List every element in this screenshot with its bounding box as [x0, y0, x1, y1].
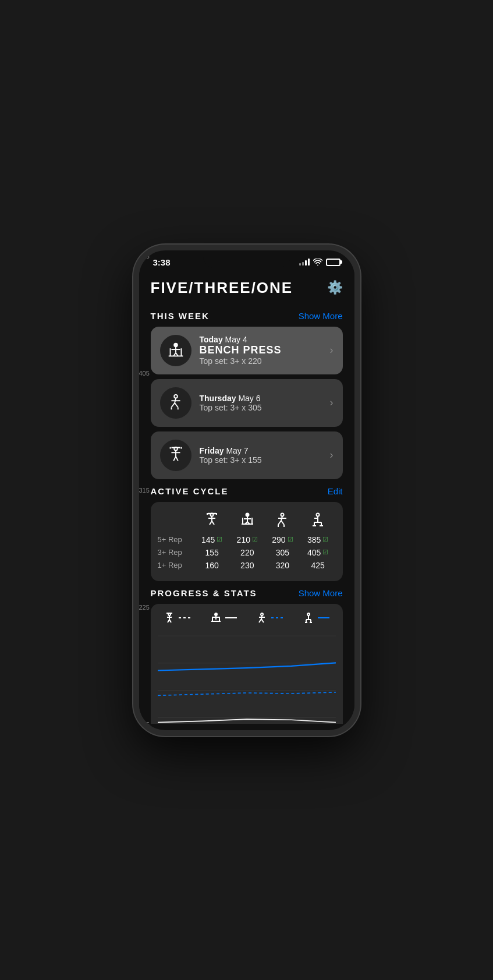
svg-point-8: [174, 394, 178, 398]
battery-icon: [326, 259, 341, 266]
rep-label-1: 1+ Rep: [158, 559, 194, 572]
svg-point-31: [246, 513, 249, 516]
cycle-card: 5+ Rep 145☑ 210☑ 290☑ 385☑ 3+ Rep 155 22…: [151, 502, 343, 581]
svg-point-39: [281, 513, 284, 516]
screen-content: FIVE/THREE/ONE ⚙️ THIS WEEK Show More: [139, 270, 354, 724]
legend-deadlift-icon: [303, 612, 314, 624]
svg-line-69: [261, 619, 264, 622]
workout-topset-today: Top set: 3+ x 220: [200, 356, 330, 366]
ohp-3rep: 155: [194, 546, 230, 559]
progress-stats-title: PROGRESS & STATS: [151, 588, 257, 598]
deadlift-line: [158, 663, 336, 670]
legend-bench: [210, 612, 237, 624]
workout-day-thursday: Thursday May 6: [200, 394, 330, 403]
y-label-135: 135: [139, 721, 158, 724]
svg-point-71: [307, 613, 310, 615]
edit-cycle-button[interactable]: Edit: [328, 486, 343, 496]
legend-bench-line: [225, 617, 237, 618]
legend-bench-icon: [210, 612, 222, 624]
ohp-5rep: 145☑: [194, 533, 230, 546]
deadlift-5rep: 385☑: [300, 533, 336, 546]
svg-point-60: [215, 613, 217, 615]
svg-line-11: [175, 403, 178, 408]
y-axis: 495 405 315 225 135: [139, 270, 158, 724]
bench-3rep: 220: [229, 546, 265, 559]
cycle-icon-bench: [229, 510, 265, 533]
bench-1rep: 230: [229, 559, 265, 572]
chevron-icon-today: ›: [330, 344, 334, 356]
ohp-1rep: 160: [194, 559, 230, 572]
bench-press-icon: [160, 335, 191, 366]
workout-name-today: BENCH PRESS: [200, 344, 330, 356]
cycle-table: 5+ Rep 145☑ 210☑ 290☑ 385☑ 3+ Rep 155 22…: [158, 510, 336, 572]
legend-squat: [256, 612, 283, 624]
phone-notch: [203, 250, 290, 268]
chart-legend: [158, 612, 336, 624]
rep-label-3: 3+ Rep: [158, 546, 194, 559]
svg-line-18: [173, 456, 176, 461]
svg-line-41: [278, 521, 281, 525]
workout-info-friday: Friday May 7 Top set: 3+ x 155: [200, 446, 330, 465]
ohp-icon-fri: [160, 440, 191, 471]
workout-day-today: Today May 4: [200, 335, 330, 344]
workout-day-friday: Friday May 7: [200, 446, 330, 455]
bench-line: [158, 719, 336, 723]
chevron-icon-thursday: ›: [330, 397, 334, 409]
app-title: FIVE/THREE/ONE: [151, 279, 293, 297]
wifi-icon: [313, 257, 322, 267]
squat-5rep: 290☑: [265, 533, 300, 546]
legend-squat-icon: [256, 612, 268, 624]
legend-squat-line: [271, 617, 283, 618]
cycle-icon-ohp: [194, 510, 230, 533]
legend-ohp-line: [179, 617, 190, 618]
active-cycle-title: ACTIVE CYCLE: [151, 486, 229, 496]
deadlift-1rep: 425: [300, 559, 336, 572]
deadlift-3rep: 405☑: [300, 546, 336, 559]
y-label-315: 315: [139, 487, 158, 494]
active-cycle-header: ACTIVE CYCLE Edit: [151, 486, 343, 496]
svg-line-10: [171, 403, 175, 408]
squat-1rep: 320: [265, 559, 300, 572]
svg-line-27: [212, 521, 214, 525]
cycle-icon-squat: [265, 510, 300, 533]
chart-svg: [158, 629, 336, 724]
svg-point-0: [174, 343, 178, 346]
legend-ohp: [164, 612, 190, 624]
settings-icon[interactable]: ⚙️: [327, 280, 343, 295]
workout-topset-thursday: Top set: 3+ x 305: [200, 403, 330, 412]
phone-frame: 3:38 FIVE/: [133, 245, 360, 736]
this-week-header: THIS WEEK Show More: [151, 311, 343, 321]
y-label-225: 225: [139, 604, 158, 611]
y-label-405: 405: [139, 370, 158, 377]
squat-line: [158, 692, 336, 695]
svg-line-19: [176, 456, 178, 461]
squat-3rep: 305: [265, 546, 300, 559]
svg-line-58: [169, 620, 171, 622]
workout-topset-friday: Top set: 3+ x 155: [200, 455, 330, 465]
chart-area: 495 405 315 225 135: [158, 629, 336, 724]
squat-icon-thu: [160, 387, 191, 419]
workout-card-friday[interactable]: Friday May 7 Top set: 3+ x 155 ›: [151, 431, 343, 479]
bench-5rep: 210☑: [229, 533, 265, 546]
rep-label-5: 5+ Rep: [158, 533, 194, 546]
signal-icon: [299, 259, 310, 266]
progress-stats-show-more[interactable]: Show More: [299, 588, 343, 598]
chevron-icon-friday: ›: [330, 449, 334, 461]
cycle-icon-deadlift: [300, 510, 336, 533]
stats-card: 495 405 315 225 135: [151, 604, 343, 724]
svg-line-42: [281, 521, 284, 525]
svg-point-66: [261, 613, 263, 615]
workout-info-today: Today May 4 BENCH PRESS Top set: 3+ x 22…: [200, 335, 330, 366]
status-icons: [299, 257, 341, 267]
legend-deadlift-line: [318, 617, 329, 618]
this-week-show-more[interactable]: Show More: [299, 311, 343, 321]
chart-svg-container: [158, 629, 336, 724]
svg-point-46: [317, 513, 320, 516]
workout-card-today[interactable]: Today May 4 BENCH PRESS Top set: 3+ x 22…: [151, 327, 343, 374]
workout-card-thursday[interactable]: Thursday May 6 Top set: 3+ x 305 ›: [151, 379, 343, 427]
progress-stats-header: PROGRESS & STATS Show More: [151, 588, 343, 598]
this-week-title: THIS WEEK: [151, 311, 210, 321]
legend-ohp-icon: [164, 612, 175, 624]
legend-deadlift: [303, 612, 329, 624]
workout-info-thursday: Thursday May 6 Top set: 3+ x 305: [200, 394, 330, 412]
